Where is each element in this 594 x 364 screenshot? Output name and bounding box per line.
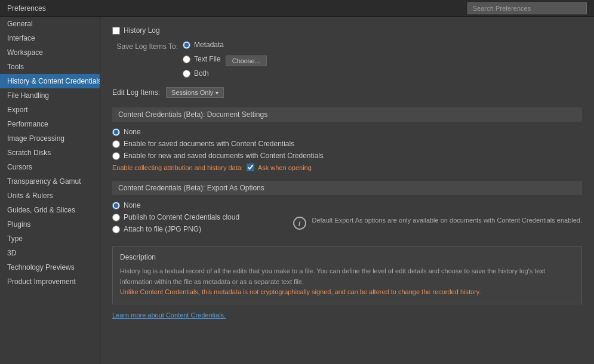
sidebar-item-general[interactable]: General xyxy=(0,17,100,31)
sidebar: GeneralInterfaceWorkspaceToolsHistory & … xyxy=(0,17,100,364)
sidebar-item-units---rulers[interactable]: Units & Rulers xyxy=(0,189,100,203)
radio-both-input[interactable] xyxy=(183,70,190,78)
history-log-section: History Log Save Log Items To: Metadata … xyxy=(112,26,582,98)
document-settings-heading: Content Credentials (Beta): Document Set… xyxy=(112,107,582,122)
export-info-row: Publish to Content Credentials cloud Att… xyxy=(112,213,582,237)
export-attach-row: Attach to file (JPG PNG) xyxy=(112,225,287,233)
main-layout: GeneralInterfaceWorkspaceToolsHistory & … xyxy=(0,17,594,364)
save-log-row: Save Log Items To: Metadata xyxy=(112,41,582,53)
sidebar-item-technology-previews[interactable]: Technology Previews xyxy=(0,260,100,274)
doc-new-saved-radio[interactable] xyxy=(112,152,120,160)
attribution-checkbox-label: Ask when opening xyxy=(258,164,312,171)
info-text: Default Export As options are only avail… xyxy=(312,215,583,226)
radio-textfile-input[interactable] xyxy=(183,55,190,63)
sidebar-item-file-handling[interactable]: File Handling xyxy=(0,88,100,103)
radio-metadata: Metadata xyxy=(183,41,224,49)
export-publish-label: Publish to Content Credentials cloud xyxy=(124,213,239,221)
export-publish-row: Publish to Content Credentials cloud xyxy=(112,213,287,221)
edit-log-row: Edit Log Items: Sessions Only ▾ xyxy=(112,87,582,98)
sidebar-item-transparency---gamut[interactable]: Transparency & Gamut xyxy=(0,174,100,189)
sidebar-item-3d[interactable]: 3D xyxy=(0,246,100,260)
attribution-checkbox[interactable] xyxy=(247,164,254,171)
sidebar-item-performance[interactable]: Performance xyxy=(0,117,100,131)
save-log-both-row: Both xyxy=(183,69,582,81)
sidebar-item-type[interactable]: Type xyxy=(0,232,100,246)
sidebar-item-history---content-credentials[interactable]: History & Content Credentials xyxy=(0,74,100,88)
save-log-textfile-row: Text File Choose... xyxy=(183,55,582,67)
sidebar-item-export[interactable]: Export xyxy=(0,103,100,117)
sidebar-item-image-processing[interactable]: Image Processing xyxy=(0,131,100,146)
doc-saved-row: Enable for saved documents with Content … xyxy=(112,140,582,148)
description-section: Description History log is a textual rec… xyxy=(112,246,582,304)
info-icon: i xyxy=(293,217,306,230)
attribution-row: Enable collecting attribution and histor… xyxy=(112,164,582,171)
sidebar-item-product-improvement[interactable]: Product Improvement xyxy=(0,274,100,289)
sidebar-item-tools[interactable]: Tools xyxy=(0,60,100,74)
doc-new-saved-row: Enable for new and saved documents with … xyxy=(112,152,582,160)
edit-log-label: Edit Log Items: xyxy=(112,88,160,97)
sidebar-item-scratch-disks[interactable]: Scratch Disks xyxy=(0,146,100,160)
history-log-row: History Log xyxy=(112,26,582,35)
learn-more-link[interactable]: Learn more about Content Credentials. xyxy=(112,311,582,319)
content-area: History Log Save Log Items To: Metadata … xyxy=(100,17,594,364)
app-title: Preferences xyxy=(7,4,46,13)
sessions-dropdown[interactable]: Sessions Only ▾ xyxy=(166,87,224,98)
history-log-checkbox[interactable] xyxy=(112,27,120,35)
sessions-dropdown-value: Sessions Only xyxy=(171,89,213,96)
doc-none-row: None xyxy=(112,128,582,136)
radio-textfile: Text File xyxy=(183,55,221,63)
search-input[interactable] xyxy=(467,2,587,14)
choose-button[interactable]: Choose... xyxy=(226,55,267,66)
radio-metadata-label: Metadata xyxy=(194,41,224,49)
save-log-label: Save Log Items To: xyxy=(112,42,178,51)
sidebar-item-workspace[interactable]: Workspace xyxy=(0,45,100,60)
doc-saved-label: Enable for saved documents with Content … xyxy=(124,140,294,148)
export-attach-label: Attach to file (JPG PNG) xyxy=(124,225,201,233)
sidebar-item-cursors[interactable]: Cursors xyxy=(0,160,100,174)
description-title: Description xyxy=(120,253,574,261)
export-none-radio[interactable] xyxy=(112,202,120,209)
sidebar-item-interface[interactable]: Interface xyxy=(0,31,100,45)
export-none-row: None xyxy=(112,201,582,209)
export-attach-radio[interactable] xyxy=(112,226,120,233)
doc-saved-radio[interactable] xyxy=(112,140,120,148)
export-none-label: None xyxy=(124,201,141,209)
export-options-heading: Content Credentials (Beta): Export As Op… xyxy=(112,181,582,195)
attribution-label: Enable collecting attribution and histor… xyxy=(112,164,243,171)
radio-both: Both xyxy=(183,69,209,78)
radio-metadata-input[interactable] xyxy=(183,41,190,49)
export-publish-radio[interactable] xyxy=(112,214,120,221)
chevron-down-icon: ▾ xyxy=(216,90,218,96)
title-bar: Preferences xyxy=(0,0,594,17)
description-main-text: History log is a textual record of all t… xyxy=(120,266,574,298)
radio-textfile-label: Text File xyxy=(194,55,221,63)
doc-new-saved-label: Enable for new and saved documents with … xyxy=(124,152,324,160)
doc-none-label: None xyxy=(124,128,141,136)
info-box: i Default Export As options are only ava… xyxy=(293,215,583,230)
history-log-label: History Log xyxy=(124,26,160,35)
sidebar-item-plugins[interactable]: Plugins xyxy=(0,217,100,232)
sidebar-item-guides--grid---slices[interactable]: Guides, Grid & Slices xyxy=(0,203,100,217)
document-settings-section: Content Credentials (Beta): Document Set… xyxy=(112,107,582,171)
description-warning: Unlike Content Credentials, this metadat… xyxy=(120,288,481,295)
radio-both-label: Both xyxy=(194,69,209,78)
export-radio-group: Publish to Content Credentials cloud Att… xyxy=(112,213,287,237)
export-options-section: Content Credentials (Beta): Export As Op… xyxy=(112,181,582,237)
doc-none-radio[interactable] xyxy=(112,128,120,136)
